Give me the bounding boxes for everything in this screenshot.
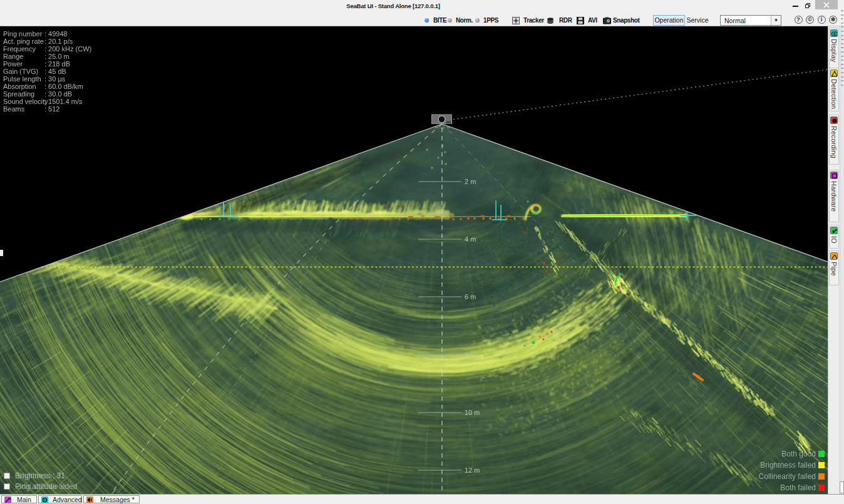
svg-text:2 m: 2 m bbox=[465, 178, 476, 185]
svg-text:10 m: 10 m bbox=[465, 409, 480, 416]
svg-text:12 m: 12 m bbox=[465, 466, 480, 474]
svg-text:6 m: 6 m bbox=[465, 293, 476, 301]
svg-text:4 m: 4 m bbox=[465, 235, 476, 243]
svg-text:8 m: 8 m bbox=[465, 351, 476, 359]
